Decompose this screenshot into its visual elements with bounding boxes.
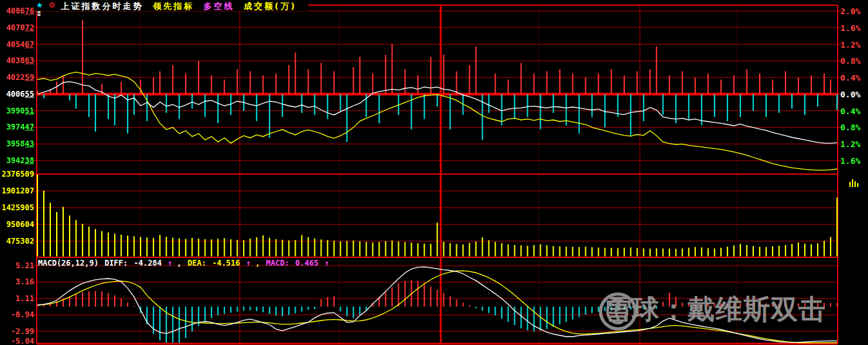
right-axis-label: 0.4% [840, 106, 860, 115]
left-axis-label: 403863 [0, 57, 34, 65]
left-axis-label: 5.21 [0, 262, 34, 270]
dea-value: -4.516 [212, 259, 240, 268]
left-axis-label: 399051 [0, 106, 34, 115]
left-axis-label: 400655 [0, 90, 34, 98]
chart-titlebar: ★ ⚙ 上证指数分时走势 领先指标 多空线 成交额(万) [36, 1, 308, 11]
macd-indicator-header: MACD(26,12,9) DIFF: -4.284 ↑ , DEA: -4.5… [38, 259, 329, 268]
trend-up-arrow-icon: ↑ [324, 259, 329, 268]
left-axis-label: 3.16 [0, 278, 34, 286]
left-axis-label: 407072 [0, 23, 34, 32]
left-axis-label: 408676 [0, 7, 34, 15]
dea-label: DEA: [188, 259, 206, 268]
right-axis-label: 0.8% [840, 123, 860, 132]
macd-value: 0.465 [295, 259, 318, 268]
indicator-leading-label[interactable]: 领先指标 [153, 1, 194, 11]
indicator-turnover-label[interactable]: 成交额(万) [244, 1, 296, 11]
left-axis-label: -5.04 [0, 337, 34, 345]
right-axis-label: 1.2% [840, 40, 860, 48]
leading-indicator-bars [37, 20, 838, 142]
left-axis-label: 1901207 [0, 187, 34, 195]
axis-ticks [33, 11, 842, 331]
left-axis-label: -2.99 [0, 327, 34, 335]
index-title: 上证指数分时走势 [61, 1, 144, 11]
right-axis-label: 0.0% [840, 90, 860, 98]
right-axis-label: 0.4% [840, 74, 860, 82]
separator: , [255, 259, 260, 268]
left-axis-label: 950604 [0, 221, 34, 229]
right-axis-label: 1.6% [840, 157, 860, 165]
left-axis-label: 405467 [0, 40, 34, 48]
intraday-chart-plot[interactable] [0, 0, 868, 345]
grid-horizontal [37, 11, 838, 331]
left-axis-label: 402259 [0, 74, 34, 82]
right-axis-label: 2.0% [840, 7, 860, 15]
panel-resize-arrow-icon[interactable]: ⇕ [36, 7, 42, 19]
trend-up-arrow-icon: ↑ [168, 259, 172, 268]
left-axis-label: 1.11 [0, 294, 34, 302]
diff-value: -4.284 [134, 259, 162, 268]
left-axis-label: 1425905 [0, 204, 34, 212]
macd-dea-line [37, 271, 837, 343]
indicator-bullbear-label[interactable]: 多空线 [204, 1, 235, 11]
macd-label: MACD: [266, 259, 289, 268]
macd-formula: MACD(26,12,9) [38, 259, 99, 268]
left-axis-label: 394238 [0, 157, 34, 165]
macd-histogram-bars [37, 280, 838, 342]
diff-label: DIFF: [104, 259, 128, 268]
stock-terminal-window: 4086764070724054674038634022594006553990… [0, 0, 868, 345]
right-axis-label: 1.2% [840, 140, 860, 148]
settings-gear-icon[interactable]: ⚙ [48, 1, 55, 10]
separator: , [177, 259, 182, 268]
right-axis-label: 0.8% [840, 57, 860, 65]
left-axis-label: 395843 [0, 140, 34, 148]
left-axis-label: 397447 [0, 123, 34, 132]
left-axis-label: 2376509 [0, 170, 34, 179]
volume-style-toggle-icon[interactable] [849, 177, 863, 188]
price-line [37, 82, 837, 143]
left-axis-label: 475302 [0, 237, 34, 246]
trend-up-arrow-icon: ↑ [246, 259, 251, 268]
right-axis-label: 1.6% [840, 23, 860, 32]
left-axis-label: -0.94 [0, 311, 34, 319]
turnover-bars [37, 174, 838, 256]
